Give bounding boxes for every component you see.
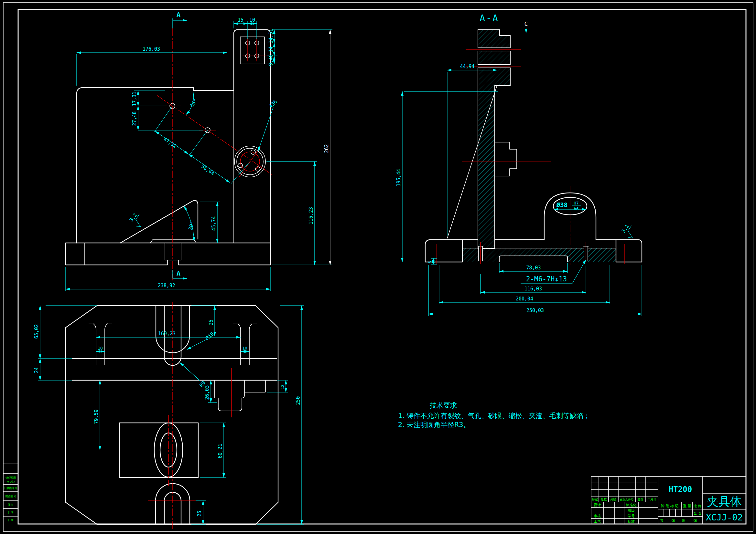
dim-15: 15 xyxy=(238,17,243,23)
angle-30: 30° xyxy=(187,221,195,231)
dim-10: 10 xyxy=(249,17,255,23)
margin-date-2: 日期 xyxy=(8,519,14,522)
dim-26-03: 26,03 xyxy=(204,385,210,400)
tb-scale-value: 1: 1 xyxy=(693,511,701,516)
fit-upper: H7 xyxy=(574,201,579,205)
tb-sheet-unit-2: 张 xyxy=(693,519,697,523)
dim-6: 6 xyxy=(427,261,432,264)
tb-sheet-no-label: 第 xyxy=(682,519,685,523)
tech-requirement-1: 1. 铸件不允许有裂纹、气孔、砂眼、缩松、夹渣、毛刺等缺陷； xyxy=(398,412,590,420)
dim-58-64: 58,64 xyxy=(200,164,215,177)
title-block: 标记 处数 分区 更改文件号 签名 年月日 设计 标准化 班级 审核 学号 工艺… xyxy=(591,476,746,524)
leader-phi36 xyxy=(258,107,273,151)
section-side-boss xyxy=(495,142,517,176)
dim-65-02: 65,02 xyxy=(34,324,40,339)
sheet-inner-frame xyxy=(18,10,746,524)
dim-phi36: Φ36 xyxy=(268,99,279,109)
plan-step-cut xyxy=(214,380,265,411)
tb-sheet-total-label: 共 xyxy=(660,519,664,523)
dim-262: 262 xyxy=(324,144,330,153)
dim-250-03: 250,03 xyxy=(526,308,544,313)
margin-sheet-no: 底图总号 xyxy=(5,495,16,498)
tb-check: 审核 xyxy=(594,514,601,518)
section-title: A-A xyxy=(479,13,499,24)
dim-25-bottom: 25 xyxy=(197,511,202,517)
section-marker-top-label: A xyxy=(176,11,180,18)
tech-requirements-title: 技术要求 xyxy=(429,401,457,409)
front-view: A A 15 10 14,51 14 9,48 176,03 17,31 27,… xyxy=(66,11,333,291)
leader-r9 xyxy=(180,363,200,381)
fit-lower: h6 xyxy=(574,206,579,211)
tb-stage-mark: 阶 段 标 记 xyxy=(661,504,679,508)
surface-finish-front: 3,2 xyxy=(128,211,146,229)
flange-hole-left xyxy=(238,163,243,168)
plan-feature-centerlines xyxy=(148,336,231,501)
tb-header-signature: 签名 xyxy=(638,497,644,501)
margin-registration-block: 借(通)用 件登记 旧底图总号 底图总号 签名 日期 日期 xyxy=(3,464,18,522)
angle-36: 36° xyxy=(189,98,199,109)
margin-block-grid xyxy=(3,464,18,516)
tb-process: 工艺 xyxy=(594,520,601,524)
margin-borrow-label: 借(通)用 xyxy=(6,476,16,479)
front-pad xyxy=(150,240,196,243)
tb-header-zone: 分区 xyxy=(610,497,617,501)
tb-approve: 批准 xyxy=(628,520,635,524)
dim-47-32: 47,32 xyxy=(162,136,177,150)
section-cut-base xyxy=(462,248,616,262)
dim-60-21: 60,21 xyxy=(217,444,223,458)
dim-14-51: 14,51 xyxy=(268,29,274,43)
dim-116-03: 116,03 xyxy=(525,286,542,292)
dim-10-left: 10 xyxy=(98,346,103,350)
tb-weight: 重 量 xyxy=(683,504,691,508)
plan-view: 25 R19 R9 169,23 10 10 65,02 24 79,59 26… xyxy=(34,302,304,531)
section-marker-top-line xyxy=(173,18,187,28)
front-diagonal-centerline xyxy=(156,95,274,176)
surface-finish-section-value: 3,2 xyxy=(621,223,630,234)
section-extension-lines xyxy=(400,72,642,316)
front-hole-plate xyxy=(240,37,264,64)
dim-238-92: 238,92 xyxy=(158,283,175,289)
front-base-outline xyxy=(66,243,270,265)
tb-material: HT200 xyxy=(669,485,692,494)
tb-header-doc-no: 更改文件号 xyxy=(620,498,634,501)
plan-extension-lines xyxy=(38,306,304,524)
dim-200-04: 200,04 xyxy=(516,296,533,302)
margin-register-label: 件登记 xyxy=(7,480,15,484)
surface-finish-front-value: 3,2 xyxy=(128,212,138,223)
section-marker-bottom-label: A xyxy=(176,269,180,277)
dim-195-44: 195,44 xyxy=(396,169,402,187)
front-feature-centerlines xyxy=(163,38,268,177)
dim-9-48: 9,48 xyxy=(268,54,274,66)
tb-sheet-unit-1: 张 xyxy=(672,519,675,523)
dim-44-94: 44,94 xyxy=(460,64,474,69)
dim-169-23: 169,23 xyxy=(158,331,176,337)
tech-requirement-2: 2. 未注明圆角半径R3。 xyxy=(398,421,470,429)
cad-drawing-sheet: A A 15 10 14,51 14 9,48 176,03 17,31 27,… xyxy=(0,0,756,534)
dim-17-31: 17,31 xyxy=(132,91,137,106)
thread-note: 2-M6-7H↧13 xyxy=(526,275,567,283)
margin-signature: 签名 xyxy=(8,503,14,506)
plan-cross-band xyxy=(72,359,277,380)
section-view-a-a: A-A C 44,94 195,44 6 78,03 2-M6-7H↧13 11… xyxy=(396,13,642,316)
tb-student-no: 学号 xyxy=(628,514,635,518)
dim-25-top: 25 xyxy=(208,319,214,325)
tb-drawing-number: XCJJ-02 xyxy=(706,512,743,522)
dim-116-23: 116,23 xyxy=(308,207,314,224)
dim-phi38: Ø38 xyxy=(556,201,567,208)
margin-date-1: 日期 xyxy=(8,511,14,514)
front-extension-lines xyxy=(66,21,333,291)
tb-scale-label: 比 例 xyxy=(693,504,702,508)
section-cut-top-block xyxy=(478,30,510,48)
front-base-slots xyxy=(85,90,234,265)
tb-design: 设计 xyxy=(594,503,601,507)
tb-header-count: 处数 xyxy=(601,497,607,501)
dim-10-right: 10 xyxy=(242,346,247,350)
technical-requirements: 技术要求 1. 铸件不允许有裂纹、气孔、砂眼、缩松、夹渣、毛刺等缺陷； 2. 未… xyxy=(398,401,590,429)
tb-header-date: 年月日 xyxy=(647,497,657,501)
leader-r19 xyxy=(187,339,207,349)
tb-header-mark: 标记 xyxy=(592,497,598,501)
datum-c-label: C xyxy=(525,20,528,27)
dim-27-48: 27,48 xyxy=(132,111,137,126)
surface-finish-section: 3,2 xyxy=(620,222,638,240)
dim-12: 12 xyxy=(280,384,285,390)
